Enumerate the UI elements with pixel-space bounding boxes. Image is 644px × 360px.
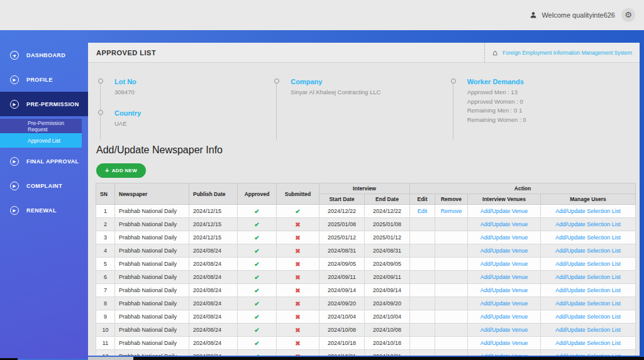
- remove-link[interactable]: Remove: [435, 205, 468, 218]
- timeline-dot-icon: [98, 110, 103, 115]
- remove-link: [435, 244, 468, 258]
- remove-link: [435, 218, 468, 231]
- cell-end-date: 2024/10/18: [365, 337, 410, 350]
- add-update-venue-link[interactable]: Add/Update Venue: [468, 231, 541, 244]
- add-update-venue-link[interactable]: Add/Update Venue: [468, 350, 541, 356]
- add-update-selection-list-link[interactable]: Add/Update Selection List: [541, 324, 636, 337]
- toolbar: + ADD NEW: [88, 156, 640, 183]
- submitted-status-icon: ✖: [277, 271, 319, 284]
- sidebar-item-dashboard[interactable]: ➤ DASHBOARD: [0, 43, 88, 67]
- table-row: 8 Prabhab National Daily 2024/08/24 ✔ ✖ …: [96, 297, 636, 310]
- system-name-link[interactable]: Foreign Employment Information Managemen…: [502, 50, 632, 56]
- add-update-selection-list-link[interactable]: Add/Update Selection List: [541, 337, 636, 350]
- sidebar-item-renewal[interactable]: ▶ RENEWAL: [0, 198, 88, 222]
- add-update-selection-list-link[interactable]: Add/Update Selection List: [541, 231, 636, 244]
- edit-link: [410, 284, 435, 297]
- cell-publish-date: 2024/08/24: [189, 284, 238, 297]
- cell-newspaper: Prabhab National Daily: [115, 231, 189, 244]
- add-update-selection-list-link[interactable]: Add/Update Selection List: [541, 271, 636, 284]
- add-update-selection-list-link[interactable]: Add/Update Selection List: [541, 284, 636, 297]
- section-title: Add/Update Newspaper Info: [88, 143, 640, 156]
- table-row: 7 Prabhab National Daily 2024/08/24 ✔ ✖ …: [96, 284, 636, 297]
- sidebar-item-profile[interactable]: ▶ PROFILE: [0, 67, 88, 92]
- cell-publish-date: 2024/12/15: [189, 205, 238, 218]
- add-new-button[interactable]: + ADD NEW: [96, 163, 146, 178]
- sidebar-subitem-approved-list[interactable]: Approved List: [0, 133, 82, 148]
- add-update-venue-link[interactable]: Add/Update Venue: [468, 244, 541, 258]
- country-label: Country: [114, 109, 274, 117]
- add-update-selection-list-link[interactable]: Add/Update Selection List: [541, 205, 636, 218]
- remaining-men: Remaining Men : 0 1: [467, 107, 627, 114]
- cell-start-date: 2024/10/18: [319, 337, 365, 350]
- approved-status-icon: ✔: [238, 284, 277, 297]
- sidebar-item-complaint[interactable]: ▶ COMPLAINT: [0, 173, 88, 198]
- newspaper-table: SN Newspaper Publish Date Approved Submi…: [96, 183, 636, 356]
- submitted-status-icon: ✖: [277, 218, 319, 231]
- cell-end-date: 2024/09/05: [365, 258, 410, 271]
- col-end-date: End Date: [365, 194, 410, 205]
- cell-sn: 9: [96, 310, 115, 324]
- add-update-selection-list-link[interactable]: Add/Update Selection List: [541, 310, 636, 324]
- approved-status-icon: ✔: [238, 337, 277, 350]
- add-update-selection-list-link[interactable]: Add/Update Selection List: [541, 244, 636, 258]
- cell-start-date: 2024/12/22: [319, 205, 365, 218]
- page-title: APPROVED LIST: [96, 49, 156, 57]
- edit-link: [410, 310, 435, 324]
- sidebar-subitem-pre-permission-request[interactable]: Pre-Permission Request: [0, 119, 82, 133]
- cell-sn: 10: [96, 324, 115, 337]
- sidebar-item-label: RENEWAL: [26, 207, 57, 214]
- add-update-selection-list-link[interactable]: Add/Update Selection List: [541, 350, 636, 356]
- add-update-selection-list-link[interactable]: Add/Update Selection List: [541, 258, 636, 271]
- submitted-status-icon: ✖: [277, 297, 319, 310]
- cell-newspaper: Prabhab National Daily: [115, 258, 189, 271]
- add-update-selection-list-link[interactable]: Add/Update Selection List: [541, 297, 636, 310]
- remove-link: [435, 284, 468, 297]
- add-update-venue-link[interactable]: Add/Update Venue: [468, 258, 541, 271]
- add-update-venue-link[interactable]: Add/Update Venue: [468, 205, 541, 218]
- info-lot-no: Lot No 309470: [114, 78, 274, 95]
- add-update-selection-list-link[interactable]: Add/Update Selection List: [541, 218, 636, 231]
- sidebar: ➤ DASHBOARD ▶ PROFILE ▶ PRE-PERMISSION P…: [0, 30, 88, 359]
- add-update-venue-link[interactable]: Add/Update Venue: [468, 310, 541, 324]
- add-update-venue-link[interactable]: Add/Update Venue: [468, 284, 541, 297]
- add-update-venue-link[interactable]: Add/Update Venue: [468, 297, 541, 310]
- info-worker-demands: Worker Demands Approved Men : 13 Approve…: [467, 78, 627, 123]
- info-column-2: Company Sinyar Al Khaleej Contracting LL…: [274, 78, 450, 141]
- cell-start-date: 2024/08/31: [319, 244, 365, 258]
- add-update-venue-link[interactable]: Add/Update Venue: [468, 218, 541, 231]
- edit-link[interactable]: Edit: [410, 205, 435, 218]
- submenu-item-label: Pre-Permission Request: [28, 120, 82, 133]
- timeline-dot-icon: [274, 79, 279, 84]
- cell-end-date: 2024/08/31: [365, 244, 410, 258]
- approved-status-icon: ✔: [238, 231, 277, 244]
- cell-sn: 8: [96, 297, 115, 310]
- breadcrumb: ⌂ Foreign Employment Information Managem…: [484, 43, 640, 62]
- cell-end-date: 2024/09/14: [365, 284, 410, 297]
- edit-link: [410, 324, 435, 337]
- approved-status-icon: ✔: [238, 271, 277, 284]
- home-icon[interactable]: ⌂: [492, 48, 497, 57]
- screen-edge-artifact: [88, 357, 133, 360]
- cell-sn: 6: [96, 271, 115, 284]
- add-update-venue-link[interactable]: Add/Update Venue: [468, 337, 541, 350]
- screen-edge-artifact: [133, 357, 644, 360]
- play-circle-icon: ▶: [10, 75, 19, 84]
- company-label: Company: [291, 78, 450, 85]
- add-update-venue-link[interactable]: Add/Update Venue: [468, 324, 541, 337]
- cell-newspaper: Prabhab National Daily: [115, 297, 189, 310]
- add-update-venue-link[interactable]: Add/Update Venue: [468, 271, 541, 284]
- table-row: 12 Prabhab National Daily 2024/08/24 ✔ ✖…: [96, 350, 636, 356]
- info-company: Company Sinyar Al Khaleej Contracting LL…: [291, 78, 450, 95]
- sidebar-item-final-approval[interactable]: ▶ FINAL APPROVAL: [0, 149, 88, 173]
- edit-link: [410, 271, 435, 284]
- sidebar-item-label: DASHBOARD: [26, 52, 65, 58]
- timeline-dot-icon: [451, 79, 456, 84]
- approved-status-icon: ✔: [238, 350, 277, 356]
- sidebar-item-pre-permission[interactable]: ▶ PRE-PERMISSION: [0, 92, 88, 116]
- settings-icon[interactable]: ⚙: [621, 8, 635, 22]
- info-column-3: Worker Demands Approved Men : 13 Approve…: [451, 78, 627, 141]
- submitted-status-icon: ✖: [277, 350, 319, 356]
- cell-publish-date: 2024/12/15: [189, 231, 238, 244]
- table-row: 11 Prabhab National Daily 2024/08/24 ✔ ✖…: [96, 337, 636, 350]
- welcome-text: Welcome qualityinte626: [541, 11, 615, 19]
